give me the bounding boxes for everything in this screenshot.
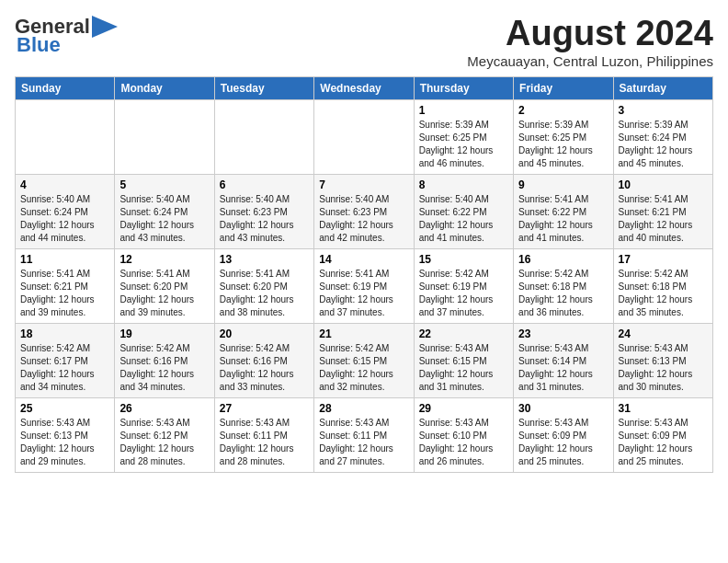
day-number: 25 [20,402,109,415]
day-detail: Sunrise: 5:43 AM Sunset: 6:09 PM Dayligh… [518,417,608,468]
day-detail: Sunrise: 5:41 AM Sunset: 6:20 PM Dayligh… [220,268,309,319]
day-number: 20 [220,327,309,340]
calendar-cell: 22Sunrise: 5:43 AM Sunset: 6:15 PM Dayli… [414,323,513,397]
calendar-cell: 27Sunrise: 5:43 AM Sunset: 6:11 PM Dayli… [214,397,313,472]
calendar-cell: 28Sunrise: 5:43 AM Sunset: 6:11 PM Dayli… [314,397,414,472]
day-number: 18 [20,327,109,340]
calendar-cell: 3Sunrise: 5:39 AM Sunset: 6:24 PM Daylig… [613,99,712,174]
week-row-2: 4Sunrise: 5:40 AM Sunset: 6:24 PM Daylig… [16,174,713,248]
day-number: 7 [319,178,408,191]
calendar-cell: 23Sunrise: 5:43 AM Sunset: 6:14 PM Dayli… [514,323,613,397]
day-detail: Sunrise: 5:41 AM Sunset: 6:20 PM Dayligh… [119,268,209,319]
calendar-cell: 26Sunrise: 5:43 AM Sunset: 6:12 PM Dayli… [115,397,214,472]
calendar-cell: 7Sunrise: 5:40 AM Sunset: 6:23 PM Daylig… [314,174,414,248]
day-detail: Sunrise: 5:42 AM Sunset: 6:15 PM Dayligh… [319,342,408,394]
day-number: 12 [119,253,209,266]
calendar-cell: 14Sunrise: 5:41 AM Sunset: 6:19 PM Dayli… [314,248,414,323]
month-year-title: August 2024 [467,15,713,53]
day-detail: Sunrise: 5:43 AM Sunset: 6:15 PM Dayligh… [419,342,508,394]
day-number: 19 [119,327,209,340]
calendar-cell: 1Sunrise: 5:39 AM Sunset: 6:25 PM Daylig… [414,99,513,174]
day-number: 17 [619,253,708,266]
day-detail: Sunrise: 5:43 AM Sunset: 6:14 PM Dayligh… [518,342,608,394]
day-detail: Sunrise: 5:43 AM Sunset: 6:09 PM Dayligh… [619,417,708,468]
day-number: 26 [119,402,209,415]
weekday-header-sunday: Sunday [16,76,115,99]
calendar-cell [214,99,313,174]
calendar-cell: 16Sunrise: 5:42 AM Sunset: 6:18 PM Dayli… [514,248,613,323]
logo: General Blue [15,15,118,57]
day-detail: Sunrise: 5:43 AM Sunset: 6:10 PM Dayligh… [419,417,508,468]
day-detail: Sunrise: 5:41 AM Sunset: 6:21 PM Dayligh… [619,193,708,245]
calendar-cell: 9Sunrise: 5:41 AM Sunset: 6:22 PM Daylig… [514,174,613,248]
day-detail: Sunrise: 5:42 AM Sunset: 6:16 PM Dayligh… [119,342,209,394]
day-number: 5 [119,178,209,191]
weekday-header-wednesday: Wednesday [314,76,414,99]
day-detail: Sunrise: 5:40 AM Sunset: 6:24 PM Dayligh… [119,193,209,245]
weekday-header-thursday: Thursday [414,76,513,99]
day-number: 4 [20,178,109,191]
logo-arrow-icon [92,16,118,38]
day-detail: Sunrise: 5:40 AM Sunset: 6:23 PM Dayligh… [220,193,309,245]
calendar-cell: 5Sunrise: 5:40 AM Sunset: 6:24 PM Daylig… [115,174,214,248]
day-detail: Sunrise: 5:43 AM Sunset: 6:11 PM Dayligh… [319,417,408,468]
week-row-3: 11Sunrise: 5:41 AM Sunset: 6:21 PM Dayli… [16,248,713,323]
svg-marker-0 [92,16,118,38]
calendar-cell: 31Sunrise: 5:43 AM Sunset: 6:09 PM Dayli… [613,397,712,472]
page-header: General Blue August 2024 Meycauayan, Cen… [15,15,713,69]
title-area: August 2024 Meycauayan, Central Luzon, P… [467,15,713,69]
week-row-1: 1Sunrise: 5:39 AM Sunset: 6:25 PM Daylig… [16,99,713,174]
day-number: 1 [419,104,508,117]
calendar-cell: 10Sunrise: 5:41 AM Sunset: 6:21 PM Dayli… [613,174,712,248]
calendar-cell [115,99,214,174]
calendar-cell [16,99,115,174]
calendar-table: SundayMondayTuesdayWednesdayThursdayFrid… [15,76,713,473]
day-detail: Sunrise: 5:41 AM Sunset: 6:19 PM Dayligh… [319,268,408,319]
calendar-cell: 11Sunrise: 5:41 AM Sunset: 6:21 PM Dayli… [16,248,115,323]
day-detail: Sunrise: 5:39 AM Sunset: 6:25 PM Dayligh… [518,119,608,170]
day-number: 2 [518,104,608,117]
calendar-cell: 17Sunrise: 5:42 AM Sunset: 6:18 PM Dayli… [613,248,712,323]
calendar-cell: 15Sunrise: 5:42 AM Sunset: 6:19 PM Dayli… [414,248,513,323]
day-number: 16 [518,253,608,266]
day-number: 29 [419,402,508,415]
day-detail: Sunrise: 5:40 AM Sunset: 6:22 PM Dayligh… [419,193,508,245]
weekday-header-monday: Monday [115,76,214,99]
calendar-cell: 18Sunrise: 5:42 AM Sunset: 6:17 PM Dayli… [16,323,115,397]
day-number: 14 [319,253,408,266]
logo-blue: Blue [17,33,61,57]
weekday-header-friday: Friday [514,76,613,99]
day-number: 24 [619,327,708,340]
day-number: 6 [220,178,309,191]
day-detail: Sunrise: 5:42 AM Sunset: 6:18 PM Dayligh… [619,268,708,319]
day-number: 27 [220,402,309,415]
day-number: 10 [619,178,708,191]
day-detail: Sunrise: 5:40 AM Sunset: 6:24 PM Dayligh… [20,193,109,245]
day-detail: Sunrise: 5:43 AM Sunset: 6:13 PM Dayligh… [619,342,708,394]
day-number: 28 [319,402,408,415]
location-subtitle: Meycauayan, Central Luzon, Philippines [467,53,713,69]
calendar-cell: 21Sunrise: 5:42 AM Sunset: 6:15 PM Dayli… [314,323,414,397]
day-detail: Sunrise: 5:43 AM Sunset: 6:11 PM Dayligh… [220,417,309,468]
day-detail: Sunrise: 5:40 AM Sunset: 6:23 PM Dayligh… [319,193,408,245]
day-detail: Sunrise: 5:42 AM Sunset: 6:16 PM Dayligh… [220,342,309,394]
calendar-cell: 19Sunrise: 5:42 AM Sunset: 6:16 PM Dayli… [115,323,214,397]
calendar-cell: 13Sunrise: 5:41 AM Sunset: 6:20 PM Dayli… [214,248,313,323]
weekday-header-saturday: Saturday [613,76,712,99]
day-number: 30 [518,402,608,415]
day-detail: Sunrise: 5:41 AM Sunset: 6:21 PM Dayligh… [20,268,109,319]
day-detail: Sunrise: 5:42 AM Sunset: 6:19 PM Dayligh… [419,268,508,319]
calendar-cell: 24Sunrise: 5:43 AM Sunset: 6:13 PM Dayli… [613,323,712,397]
day-number: 9 [518,178,608,191]
calendar-cell: 2Sunrise: 5:39 AM Sunset: 6:25 PM Daylig… [514,99,613,174]
day-number: 22 [419,327,508,340]
day-number: 21 [319,327,408,340]
calendar-cell: 12Sunrise: 5:41 AM Sunset: 6:20 PM Dayli… [115,248,214,323]
calendar-cell: 8Sunrise: 5:40 AM Sunset: 6:22 PM Daylig… [414,174,513,248]
calendar-cell: 6Sunrise: 5:40 AM Sunset: 6:23 PM Daylig… [214,174,313,248]
calendar-cell: 25Sunrise: 5:43 AM Sunset: 6:13 PM Dayli… [16,397,115,472]
day-detail: Sunrise: 5:41 AM Sunset: 6:22 PM Dayligh… [518,193,608,245]
day-number: 31 [619,402,708,415]
calendar-cell: 20Sunrise: 5:42 AM Sunset: 6:16 PM Dayli… [214,323,313,397]
week-row-5: 25Sunrise: 5:43 AM Sunset: 6:13 PM Dayli… [16,397,713,472]
